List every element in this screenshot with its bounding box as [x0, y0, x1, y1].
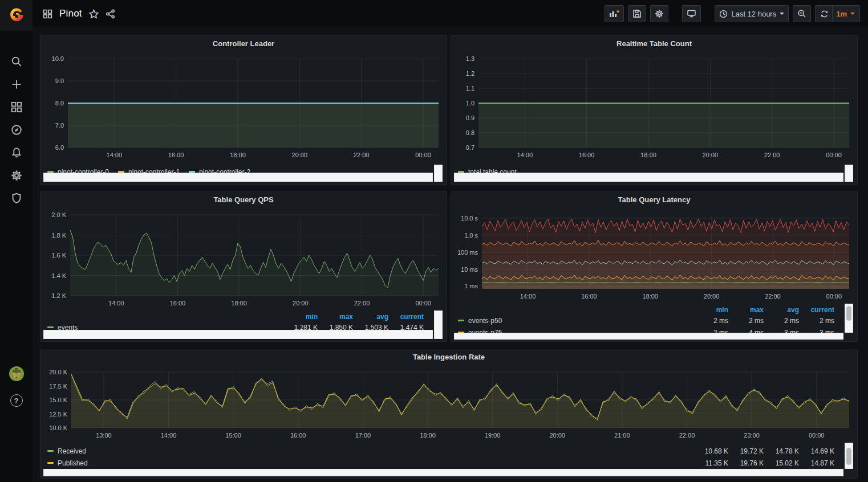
- svg-text:20:00: 20:00: [293, 300, 309, 307]
- svg-text:1.0 s: 1.0 s: [464, 232, 478, 239]
- plus-icon: [11, 79, 22, 90]
- svg-text:17.5 K: 17.5 K: [49, 383, 67, 390]
- svg-text:16:00: 16:00: [290, 432, 306, 439]
- svg-text:22:00: 22:00: [354, 300, 370, 307]
- sidebar-item-configuration[interactable]: [0, 164, 33, 187]
- refresh-button[interactable]: 1m: [815, 5, 860, 22]
- zoom-out-button[interactable]: [793, 5, 811, 22]
- svg-text:13:00: 13:00: [96, 432, 112, 439]
- panel-table-query-latency: Table Query Latency 10.0 s1.0 s100 ms10 …: [451, 191, 858, 342]
- svg-text:1.2: 1.2: [466, 70, 474, 77]
- save-dashboard-button[interactable]: [628, 5, 646, 22]
- legend-stats-header: minmaxavgcurrent: [47, 312, 424, 321]
- legend-series-label[interactable]: Received: [58, 447, 86, 455]
- legend-stat-value: 11.35 K: [693, 459, 728, 467]
- legend-stat-header[interactable]: avg: [353, 313, 388, 321]
- horizontal-scrollbar[interactable]: [43, 469, 843, 476]
- avatar-icon: [9, 366, 25, 382]
- legend-stat-value: 14.69 K: [799, 447, 834, 455]
- vertical-scrollbar[interactable]: [845, 304, 853, 333]
- svg-text:18:00: 18:00: [640, 152, 656, 158]
- sidebar-item-help[interactable]: ?: [0, 394, 33, 407]
- legend-item: events-p502 ms2 ms2 ms2 ms: [458, 314, 834, 326]
- vertical-scrollbar[interactable]: [434, 165, 443, 182]
- scrollbar-thumb[interactable]: [846, 306, 851, 321]
- sidebar-item-alerting[interactable]: [0, 141, 33, 164]
- svg-text:0.9: 0.9: [466, 115, 474, 121]
- star-icon[interactable]: [89, 9, 99, 19]
- chart-table-ingestion-rate: 20.0 K17.5 K15.0 K12.5 K10.0 K13:0014:00…: [43, 364, 855, 443]
- legend-stat-value: 19.72 K: [728, 447, 764, 455]
- svg-text:16:00: 16:00: [581, 293, 597, 300]
- horizontal-scrollbar[interactable]: [454, 173, 843, 182]
- panel-title[interactable]: Table Query Latency: [451, 192, 857, 207]
- legend-series-label[interactable]: Published: [58, 459, 88, 467]
- panel-table-query-qps: Table Query QPS 2.0 K1.8 K1.6 K1.4 K1.2 …: [40, 191, 447, 342]
- dashboard-settings-button[interactable]: [650, 5, 668, 22]
- kiosk-mode-button[interactable]: [682, 5, 701, 22]
- panel-title[interactable]: Realtime Table Count: [451, 36, 857, 51]
- series-color-marker: [47, 462, 54, 464]
- svg-text:20:00: 20:00: [703, 152, 719, 158]
- legend-stat-header[interactable]: current: [799, 306, 834, 314]
- horizontal-scrollbar[interactable]: [43, 330, 433, 339]
- zoom-out-icon: [797, 9, 806, 18]
- panel-title[interactable]: Table Ingestion Rate: [40, 349, 857, 364]
- panel-title[interactable]: Table Query QPS: [40, 192, 447, 207]
- vertical-scrollbar[interactable]: [434, 311, 443, 339]
- sidebar-item-search[interactable]: [0, 50, 33, 73]
- dashboard-title[interactable]: Pinot: [59, 8, 82, 19]
- legend-stat-header[interactable]: avg: [764, 306, 799, 314]
- svg-text:10.0: 10.0: [52, 55, 64, 62]
- legend-series-label[interactable]: events-p50: [468, 317, 502, 325]
- svg-text:14:00: 14:00: [161, 432, 177, 439]
- share-icon[interactable]: [106, 9, 115, 19]
- add-panel-button[interactable]: [605, 5, 624, 22]
- svg-text:18:00: 18:00: [420, 432, 436, 439]
- svg-text:00:00: 00:00: [826, 293, 842, 300]
- legend-stat-header[interactable]: min: [282, 313, 318, 321]
- legend-stat-header[interactable]: min: [693, 306, 728, 314]
- vertical-scrollbar[interactable]: [845, 165, 853, 182]
- series-color-marker: [47, 450, 54, 452]
- svg-text:20:00: 20:00: [292, 152, 308, 158]
- svg-text:00:00: 00:00: [415, 300, 431, 307]
- help-icon: ?: [10, 394, 23, 407]
- svg-text:16:00: 16:00: [170, 300, 186, 307]
- legend-stat-header[interactable]: max: [318, 313, 353, 321]
- chart-realtime-table-count: 1.31.21.11.00.90.80.714:0016:0018:0020:0…: [453, 51, 855, 162]
- gear-icon: [11, 170, 22, 181]
- time-range-picker[interactable]: Last 12 hours: [715, 5, 789, 22]
- scrollbar-thumb[interactable]: [846, 448, 851, 465]
- grafana-logo[interactable]: [0, 0, 33, 31]
- horizontal-scrollbar[interactable]: [43, 173, 433, 182]
- svg-text:17:00: 17:00: [355, 432, 371, 439]
- svg-text:15:00: 15:00: [225, 432, 241, 439]
- legend-stat-value: 2 ms: [728, 317, 764, 325]
- legend-stat-value: 15.02 K: [764, 459, 799, 467]
- vertical-scrollbar[interactable]: [845, 443, 853, 469]
- sidebar-item-explore[interactable]: [0, 119, 33, 141]
- svg-text:1.6 K: 1.6 K: [51, 252, 66, 259]
- horizontal-scrollbar[interactable]: [454, 333, 843, 340]
- svg-text:1.0: 1.0: [466, 100, 474, 107]
- svg-text:1.2 K: 1.2 K: [51, 292, 66, 299]
- panel-title[interactable]: Controller Leader: [40, 36, 447, 51]
- legend-stat-header[interactable]: max: [728, 306, 764, 314]
- panel-controller-leader: Controller Leader 10.09.08.07.06.014:001…: [40, 35, 447, 185]
- legend-stat-header[interactable]: current: [388, 313, 424, 321]
- sidebar-item-server-admin[interactable]: [0, 187, 33, 210]
- dashboard-grid-icon: [43, 9, 52, 19]
- svg-text:8.0: 8.0: [55, 100, 64, 107]
- legend-stat-value: 14.87 K: [799, 459, 834, 467]
- compass-icon: [11, 124, 22, 136]
- series-color-marker: [47, 326, 54, 328]
- svg-text:20:00: 20:00: [549, 432, 565, 439]
- svg-text:1.1: 1.1: [466, 85, 474, 92]
- legend-stat-value: 19.76 K: [728, 459, 764, 467]
- svg-text:1 ms: 1 ms: [464, 283, 478, 289]
- user-avatar[interactable]: [9, 366, 25, 384]
- sidebar-item-dashboards[interactable]: [0, 96, 33, 119]
- sidebar-item-create[interactable]: [0, 73, 33, 96]
- refresh-interval-label: 1m: [836, 10, 847, 18]
